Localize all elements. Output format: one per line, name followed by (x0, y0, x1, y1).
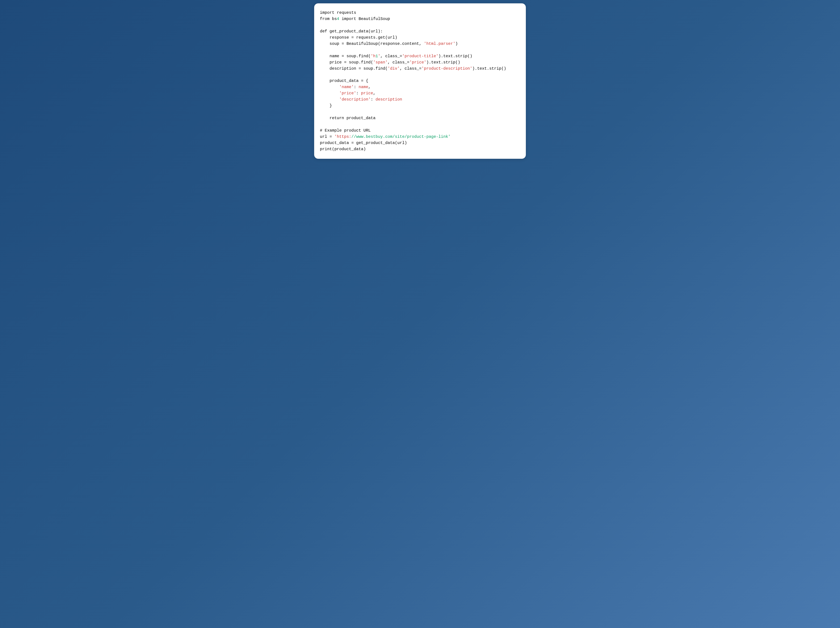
dict-value: description (376, 97, 402, 102)
code-line-5: response = requests.get(url) (320, 35, 397, 40)
code-block[interactable]: import requests from bs4 import Beautifu… (320, 10, 520, 153)
code-line-21: url = 'https://www.bestbuy.com/site/prod… (320, 134, 451, 139)
code-line-4: def get_product_data(url): (320, 29, 383, 33)
code-line-2: from bs4 import BeautifulSoup (320, 17, 390, 21)
code-line-8: name = soup.find('h1', class_='product-t… (320, 54, 472, 58)
dict-value: price (361, 91, 373, 96)
string-literal: ' (378, 54, 381, 58)
comment: # Example product URL (320, 128, 371, 133)
dict-key: 'description' (339, 97, 371, 102)
code-line-16: } (320, 103, 332, 108)
code-line-23: print(product_data) (320, 147, 366, 151)
code-line-20: # Example product URL (320, 128, 371, 133)
code-line-6: soup = BeautifulSoup(response.content, '… (320, 41, 458, 46)
number-literal: 4 (337, 17, 339, 21)
string-literal: 'span' (373, 60, 388, 65)
string-literal: 'price' (409, 60, 426, 65)
code-line-18: return product_data (320, 116, 376, 120)
code-line-1: import requests (320, 10, 356, 15)
code-line-14: 'price': price, (320, 91, 376, 96)
code-block-container: import requests from bs4 import Beautifu… (314, 3, 526, 159)
string-literal: 'html.parser' (424, 41, 455, 46)
string-literal: 'h (371, 54, 376, 58)
number-in-string: 1 (376, 54, 378, 58)
string-literal: 'div' (388, 66, 399, 71)
code-line-13: 'name': name, (320, 85, 371, 89)
string-url-part: //www.bestbuy.com/site/product-page-link… (351, 134, 451, 139)
code-line-15: 'description': description (320, 97, 402, 102)
code-line-10: description = soup.find('div', class_='p… (320, 66, 506, 71)
string-literal: 'https: (334, 134, 351, 139)
code-line-22: product_data = get_product_data(url) (320, 141, 407, 145)
dict-value: name (358, 85, 368, 89)
string-literal: 'product-description' (422, 66, 472, 71)
keyword-import: import (342, 17, 356, 21)
string-literal: 'product-title' (402, 54, 439, 58)
dict-key: 'name' (339, 85, 354, 89)
keyword-return: return (330, 116, 344, 120)
code-line-12: product_data = { (320, 79, 368, 83)
code-line-9: price = soup.find('span', class_='price'… (320, 60, 460, 65)
keyword-def: def (320, 29, 327, 33)
keyword-from: from (320, 17, 330, 21)
keyword-import: import (320, 10, 334, 15)
dict-key: 'price' (339, 91, 356, 96)
